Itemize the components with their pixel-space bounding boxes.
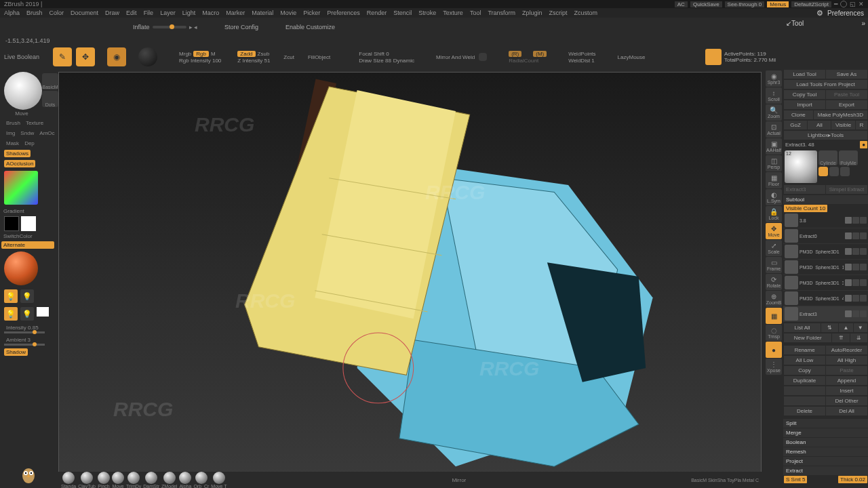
- welddist-slider[interactable]: WeldDist 1: [568, 58, 595, 64]
- material-preview[interactable]: [4, 251, 38, 285]
- menu-render[interactable]: Render: [367, 9, 387, 16]
- menu-macro[interactable]: Macro: [202, 9, 219, 16]
- menu-brush[interactable]: Brush: [26, 9, 43, 16]
- make-polymesh-button[interactable]: Make PolyMesh3D: [814, 110, 867, 119]
- rename-button[interactable]: Rename: [784, 346, 825, 354]
- menu-layer[interactable]: Layer: [160, 9, 176, 16]
- scroll-icon[interactable]: ↕Scroll: [766, 87, 782, 104]
- mirror-weld-button[interactable]: Mirror And Weld: [436, 54, 475, 60]
- scale-icon[interactable]: ⤢Scale: [766, 240, 782, 256]
- switchcolor-button[interactable]: SwitchColor: [1, 232, 54, 240]
- xpose-icon[interactable]: ⋮Xpose: [766, 359, 782, 375]
- restore-icon[interactable]: ◱: [850, 1, 856, 7]
- inflate-arrows[interactable]: ▸ ◂: [189, 24, 198, 30]
- menu-color[interactable]: Color: [50, 9, 64, 16]
- zcut-button[interactable]: Zcut: [283, 54, 294, 60]
- menu-transform[interactable]: Transform: [488, 9, 515, 16]
- sndw-button[interactable]: Sndw: [18, 129, 36, 137]
- brush-damstr[interactable]: [145, 472, 157, 484]
- swatch-black[interactable]: [4, 216, 19, 231]
- viewport[interactable]: RRCG RRCG RRCG RRCG RRCG www.rrcg.cn: [58, 72, 762, 481]
- thick-slider[interactable]: Thick 0.02: [838, 476, 867, 483]
- load-tool-button[interactable]: Load Tool: [784, 70, 825, 79]
- delete-button[interactable]: Delete: [784, 407, 825, 415]
- mini-thumb-1[interactable]: [818, 167, 828, 176]
- del-all-button[interactable]: Del All: [826, 407, 867, 415]
- tool-thumb-2[interactable]: PolyMe: [839, 150, 858, 165]
- material-list[interactable]: BasicM SkinSha ToyPla Metal C: [691, 478, 759, 483]
- quicksave-button[interactable]: QuickSave: [690, 1, 722, 7]
- eye-icon[interactable]: [845, 264, 852, 270]
- up2-icon[interactable]: ⇈: [832, 333, 849, 342]
- brush-standard[interactable]: [62, 472, 75, 484]
- ac-button[interactable]: AC: [675, 1, 688, 7]
- menu-marker[interactable]: Marker: [226, 9, 245, 16]
- merge-section[interactable]: Merge: [783, 428, 868, 437]
- load-tools-project-button[interactable]: Load Tools From Project: [784, 80, 867, 89]
- fillobject-button[interactable]: FillObject: [308, 54, 330, 60]
- menu-tool[interactable]: Tool: [470, 9, 481, 16]
- dynamic-button[interactable]: Dynamic: [393, 58, 414, 64]
- subtool-item[interactable]: PM3D_Sphere3D1_3: [783, 275, 868, 291]
- rotate-right-icon[interactable]: ⟳Rotate: [766, 274, 782, 290]
- menu-draw[interactable]: Draw: [105, 9, 119, 16]
- subtool-item[interactable]: PM3D_Sphere3D1_4: [783, 291, 868, 306]
- paste-button[interactable]: Paste: [826, 366, 867, 375]
- brush-label[interactable]: Brush: [4, 119, 22, 127]
- menu-picker[interactable]: Picker: [303, 9, 320, 16]
- store-config-button[interactable]: Store Config: [224, 24, 258, 30]
- subtool-item[interactable]: PM3D_Sphere3D1_1: [783, 260, 868, 275]
- copy-button[interactable]: Copy: [784, 366, 825, 375]
- lightbox-tools-button[interactable]: Lightbox▸Tools: [784, 131, 867, 140]
- circle-icon[interactable]: [840, 1, 847, 7]
- eye-icon[interactable]: [845, 295, 852, 302]
- z-intensity-slider[interactable]: Z Intensity 51: [237, 58, 270, 64]
- move-icon[interactable]: ✥Move: [766, 223, 782, 239]
- all-button[interactable]: All: [808, 121, 831, 129]
- duplicate-button[interactable]: Duplicate: [784, 376, 825, 385]
- mask-button[interactable]: Mask: [4, 140, 21, 147]
- r-button[interactable]: R: [856, 121, 867, 129]
- light-color-swatch[interactable]: [37, 307, 49, 317]
- copy-tool-button[interactable]: Copy Tool: [784, 90, 825, 99]
- menu-file[interactable]: File: [144, 9, 154, 16]
- ssmt-slider[interactable]: S Smt 5: [784, 476, 807, 483]
- autoreorder-button[interactable]: AutoReorder: [826, 346, 867, 354]
- arrow-left-icon[interactable]: ↙: [786, 20, 791, 27]
- shadow-toggle[interactable]: Shadow: [4, 348, 28, 356]
- rgb-intensity-slider[interactable]: Rgb Intensity 100: [179, 58, 221, 64]
- split-section[interactable]: Split: [783, 419, 868, 428]
- eye-icon[interactable]: [845, 279, 852, 286]
- save-as-button[interactable]: Save As: [826, 70, 867, 79]
- list-all-button[interactable]: List All: [784, 323, 821, 332]
- radial-m[interactable]: (M): [533, 51, 547, 57]
- brush-trimdy[interactable]: [127, 472, 140, 484]
- eye-icon[interactable]: [845, 217, 852, 224]
- draw-icon[interactable]: ◉: [107, 47, 126, 66]
- eye-icon[interactable]: [845, 232, 852, 239]
- zadd-button[interactable]: Zadd: [237, 51, 255, 57]
- zoom-icon[interactable]: 🔍Zoom: [766, 104, 782, 121]
- brush-movet[interactable]: [213, 472, 225, 484]
- new-folder-button[interactable]: New Folder: [784, 333, 831, 342]
- dots-thumb[interactable]: Dots: [42, 91, 58, 107]
- aahalf-icon[interactable]: ▣AAHalf: [766, 138, 782, 155]
- stats-icon[interactable]: [705, 49, 722, 65]
- zsub-button[interactable]: Zsub: [258, 51, 270, 57]
- ambient-slider[interactable]: Ambient 3: [4, 336, 52, 344]
- menu-edit[interactable]: Edit: [126, 9, 137, 16]
- preferences-header[interactable]: Preferences: [827, 9, 864, 17]
- sphere3-icon[interactable]: ◉Sphr3: [766, 70, 782, 87]
- all-high-button[interactable]: All High: [826, 356, 867, 365]
- frame-icon[interactable]: ▭Frame: [766, 257, 782, 273]
- menu-light[interactable]: Light: [182, 9, 196, 16]
- menus-button[interactable]: Menus: [767, 1, 789, 7]
- edit-mode-icon[interactable]: ✎: [53, 47, 72, 66]
- subtool-item[interactable]: Extract0: [783, 228, 868, 244]
- gizmo-icon[interactable]: ✥: [76, 47, 95, 66]
- lock-icon[interactable]: 🔒Lock: [766, 206, 782, 222]
- owl-icon[interactable]: [20, 465, 37, 484]
- menu-stroke[interactable]: Stroke: [418, 9, 436, 16]
- swatch-white[interactable]: [21, 216, 36, 231]
- draw-size-slider[interactable]: Draw Size 88: [359, 58, 391, 64]
